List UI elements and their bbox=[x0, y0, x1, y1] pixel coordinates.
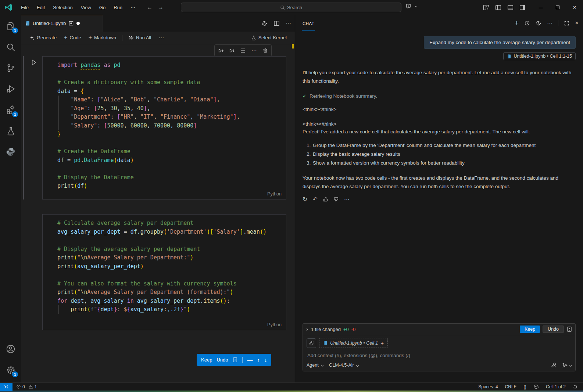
generate-label: Generate bbox=[37, 35, 57, 40]
add-markdown-button[interactable]: + Markdown bbox=[86, 33, 119, 42]
generate-button[interactable]: Generate bbox=[26, 34, 60, 42]
tab-untitled-1-ipynb[interactable]: Untitled-1.ipynb bbox=[21, 15, 103, 32]
user-message[interactable]: Expand my code to calculate the average … bbox=[424, 36, 576, 49]
search-sidebar-icon[interactable] bbox=[2, 39, 19, 55]
cell-focus-indicator[interactable] bbox=[23, 56, 24, 199]
cell-1-code[interactable]: import pandas as pd # Create a dictionar… bbox=[43, 57, 286, 191]
toggle-secondary-sidebar-icon[interactable] bbox=[519, 4, 526, 11]
cell-2-code[interactable]: # Calculate average salary per departmen… bbox=[43, 215, 286, 315]
tools-icon[interactable] bbox=[551, 362, 557, 368]
split-editor-icon[interactable] bbox=[273, 20, 280, 26]
delete-cell-icon[interactable] bbox=[260, 46, 271, 55]
chat-history-icon[interactable] bbox=[524, 20, 530, 26]
view-diff-icon[interactable] bbox=[566, 326, 572, 332]
forward-arrow-icon[interactable]: → bbox=[158, 4, 164, 11]
select-kernel-button[interactable]: Select Kernel bbox=[248, 34, 290, 42]
eol-indicator[interactable]: CRLF bbox=[505, 384, 516, 389]
cell-indicator[interactable]: Cell 1 of 2 bbox=[546, 384, 566, 389]
cell-language-label[interactable]: Python bbox=[267, 191, 282, 197]
context-attachment-chip[interactable]: Untitled-1.ipynb • Cell 1 + bbox=[319, 338, 388, 348]
add-attachment-icon[interactable]: + bbox=[380, 340, 384, 346]
new-chat-icon[interactable]: + bbox=[515, 21, 519, 26]
code-cell-1[interactable]: import pandas as pd # Create a dictionar… bbox=[42, 56, 286, 199]
actions-more-icon[interactable]: ⋯ bbox=[344, 196, 350, 203]
menu-file[interactable]: File bbox=[18, 3, 32, 12]
modified-dot-icon[interactable] bbox=[76, 22, 80, 25]
run-all-button[interactable]: Run All bbox=[125, 34, 154, 42]
cell-more-icon[interactable]: ⋯ bbox=[248, 46, 260, 55]
chevron-down-icon bbox=[415, 5, 418, 7]
explorer-icon[interactable]: 1 bbox=[2, 18, 19, 35]
copilot-menu[interactable] bbox=[406, 3, 417, 9]
indentation-indicator[interactable]: Spaces: 4 bbox=[478, 384, 498, 389]
python-icon[interactable] bbox=[2, 143, 19, 160]
tab-chat[interactable]: CHAT bbox=[302, 16, 315, 30]
execute-below-icon[interactable] bbox=[226, 46, 237, 55]
close-button[interactable]: × bbox=[566, 0, 583, 15]
language-braces-indicator[interactable]: {} bbox=[523, 384, 526, 389]
toggle-panel-icon[interactable] bbox=[507, 4, 514, 11]
expand-chat-icon[interactable] bbox=[564, 21, 569, 26]
command-center-search[interactable]: Search bbox=[181, 3, 401, 12]
remote-indicator[interactable] bbox=[0, 383, 12, 391]
thumbs-up-icon[interactable] bbox=[323, 197, 328, 202]
code-cell-2[interactable]: # Calculate average salary per departmen… bbox=[42, 214, 286, 330]
chat-input-placeholder[interactable]: Add context (#), extensions (@), command… bbox=[307, 348, 572, 362]
menu-view[interactable]: View bbox=[78, 3, 94, 12]
toolbar-more-icon[interactable]: ⋯ bbox=[155, 33, 167, 42]
problems-indicator[interactable]: 0 1 bbox=[16, 384, 37, 389]
toggle-primary-sidebar-icon[interactable] bbox=[495, 4, 501, 11]
chat-input-box[interactable]: Untitled-1.ipynb • Cell 1 + Add context … bbox=[303, 335, 576, 371]
changed-files-bar[interactable]: 1 file changed +0 -0 Keep Undo bbox=[303, 323, 576, 335]
chevron-right-icon[interactable] bbox=[305, 328, 308, 330]
account-icon[interactable] bbox=[2, 341, 19, 357]
run-debug-icon[interactable] bbox=[2, 80, 19, 97]
customize-layout-icon[interactable] bbox=[483, 4, 489, 11]
user-attachment-chip[interactable]: Untitled-1.ipynb • Cell 1:1-15 bbox=[503, 52, 576, 60]
keep-all-button[interactable]: Keep bbox=[520, 326, 540, 333]
previous-change-icon[interactable]: ↑ bbox=[257, 357, 260, 363]
menu-selection[interactable]: Selection bbox=[50, 3, 76, 12]
more-actions-icon[interactable]: ⋯ bbox=[286, 20, 291, 26]
copilot-status-icon[interactable] bbox=[533, 384, 539, 389]
send-button[interactable] bbox=[562, 362, 572, 368]
list-item: Display the basic average salary results bbox=[312, 150, 576, 158]
chat-settings-icon[interactable] bbox=[536, 20, 541, 26]
warning-icon bbox=[28, 384, 33, 389]
add-code-button[interactable]: + Code bbox=[61, 33, 84, 42]
undo-all-button[interactable]: Undo bbox=[543, 326, 564, 333]
menu-go[interactable]: Go bbox=[96, 3, 109, 12]
cell-language-label[interactable]: Python bbox=[267, 322, 282, 327]
menu-run[interactable]: Run bbox=[110, 3, 126, 12]
attach-context-button[interactable] bbox=[307, 338, 316, 348]
execute-above-icon[interactable] bbox=[215, 46, 226, 55]
undo-edits-icon[interactable]: ↶ bbox=[312, 196, 317, 203]
collapse-icon[interactable]: — bbox=[247, 357, 253, 363]
minimize-button[interactable]: ─ bbox=[532, 0, 549, 15]
maximize-button[interactable] bbox=[549, 0, 566, 15]
mode-picker[interactable]: Agent bbox=[307, 363, 323, 368]
testing-icon[interactable] bbox=[2, 122, 19, 139]
model-picker[interactable]: GLM-4.5-Air bbox=[329, 363, 358, 368]
back-arrow-icon[interactable]: ← bbox=[147, 4, 153, 11]
menu-edit[interactable]: Edit bbox=[33, 3, 48, 12]
chat-more-icon[interactable]: ⋯ bbox=[547, 20, 552, 26]
keep-open-icon[interactable] bbox=[68, 21, 74, 26]
notifications-bell-icon[interactable] bbox=[573, 384, 578, 389]
source-control-icon[interactable] bbox=[2, 60, 19, 76]
keep-button[interactable]: Keep bbox=[201, 357, 212, 363]
extensions-icon[interactable]: 1 bbox=[2, 101, 19, 118]
diff-file-icon[interactable] bbox=[232, 357, 238, 363]
run-cell-icon[interactable] bbox=[30, 59, 37, 66]
rerun-icon[interactable]: ↻ bbox=[303, 196, 307, 203]
split-cell-icon[interactable] bbox=[237, 46, 248, 55]
menu-more[interactable]: ⋯ bbox=[127, 3, 139, 12]
next-change-icon[interactable]: ↓ bbox=[264, 357, 267, 363]
title-bar: File Edit Selection View Go Run ⋯ ← → Se… bbox=[0, 0, 583, 15]
close-chat-icon[interactable]: × bbox=[575, 19, 579, 27]
settings-gear-icon[interactable]: 1 bbox=[2, 362, 19, 378]
notebook-settings-icon[interactable] bbox=[261, 20, 268, 26]
undo-button[interactable]: Undo bbox=[217, 357, 228, 363]
tool-status-row[interactable]: ✓ Retrieving Notebook summary. bbox=[303, 93, 576, 99]
thumbs-down-icon[interactable] bbox=[333, 197, 339, 202]
